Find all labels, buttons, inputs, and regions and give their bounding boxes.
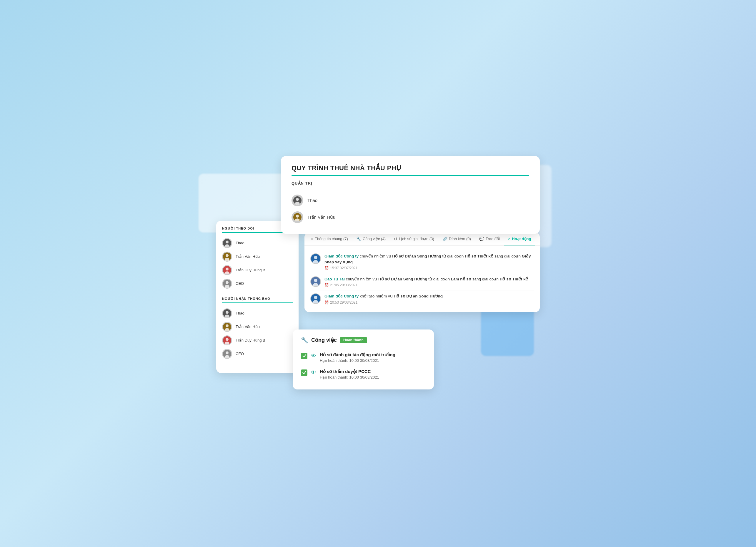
activity-time-3: ⏰ 20:53 29/03/2021 — [324, 300, 534, 304]
tab-icon-hoat-dong: ○ — [508, 237, 510, 241]
tab-label-dinh-kem: Đính kèm (0) — [449, 237, 471, 241]
task-checkbox[interactable] — [301, 353, 307, 359]
sidebar-avatar-tran-duy-hung — [222, 265, 232, 275]
admin-row: Trần Văn Hữu — [292, 209, 529, 226]
sidebar-user-name: Trần Duy Hùng B — [236, 338, 265, 342]
sidebar-user-name: Thao — [236, 311, 244, 315]
admin-row: Thao — [292, 192, 529, 209]
notifiers-label: NGƯỜI NHẬN THÔNG BÁO — [222, 297, 293, 303]
activity-avatar-3 — [310, 293, 321, 304]
task-deadline: Hạn hoàn thành: 10:00 30/03/2021 — [320, 375, 379, 379]
sidebar-avatar-thao — [222, 308, 232, 318]
tab-icon-thong-tin-chung: ≡ — [311, 237, 313, 241]
notifiers-section: NGƯỜI NHẬN THÔNG BÁO Thao Trần Văn Hữu T… — [222, 297, 293, 361]
sidebar-user-name: CEO — [236, 281, 244, 286]
svg-point-4 — [296, 215, 299, 218]
sidebar-user-name: CEO — [236, 351, 244, 356]
clock-icon: ⏰ — [324, 266, 329, 270]
activity-timestamp: 20:53 29/03/2021 — [330, 300, 357, 304]
svg-point-16 — [226, 281, 229, 284]
tab-label-cong-viec: Công việc (4) — [363, 237, 386, 241]
tab-icon-lich-su-giai-doan: ↺ — [394, 237, 397, 241]
sidebar-user-row: CEO — [222, 347, 293, 361]
task-header: 🔧 Công việc Hoàn thành — [301, 336, 426, 343]
sidebar-user-row: Trần Duy Hùng B — [222, 264, 293, 277]
task-title: Công việc — [311, 337, 337, 343]
notifiers-list: Thao Trần Văn Hữu Trần Duy Hùng B CEO — [222, 306, 293, 361]
task-eye-icon: 👁 — [311, 369, 316, 376]
svg-point-1 — [296, 198, 299, 201]
tab-thong-tin-chung[interactable]: ≡Thông tin chung (7) — [307, 233, 352, 246]
sidebar-user-name: Thao — [236, 241, 244, 245]
task-content: Hồ sơ đánh giá tác động môi trườngHạn ho… — [320, 352, 395, 363]
activity-actor: Giám đốc Công ty — [324, 294, 359, 298]
sidebar-user-name: Trần Duy Hùng B — [236, 268, 265, 272]
activity-text-2: Cao Tú Tài chuyển nhiệm vụ Hồ sơ Dự án S… — [324, 276, 534, 282]
activity-task: Hồ sơ Dự án Sông Hương — [392, 254, 441, 259]
svg-point-10 — [226, 254, 229, 257]
tab-label-thong-tin-chung: Thông tin chung (7) — [315, 237, 348, 241]
avatar-tran-van-huu — [292, 211, 303, 223]
tab-label-hoat-dong: Hoạt động — [512, 237, 531, 241]
svg-point-13 — [226, 268, 229, 271]
sidebar-user-row: Trần Văn Hữu — [222, 320, 293, 333]
activity-text-1: Giám đốc Công ty chuyển nhiệm vụ Hồ sơ D… — [324, 254, 534, 266]
activity-item: Cao Tú Tài chuyển nhiệm vụ Hồ sơ Dự án S… — [310, 274, 534, 290]
admin-name: Trần Văn Hữu — [307, 215, 335, 220]
task-deadline: Hạn hoàn thành: 10:00 30/03/2021 — [320, 358, 395, 363]
sidebar-user-row: Thao — [222, 236, 293, 250]
sidebar-user-row: Trần Duy Hùng B — [222, 333, 293, 347]
avatar-thao — [292, 195, 303, 206]
activity-from-stage: Hồ sơ Thiết kế — [465, 254, 493, 259]
top-card-title: QUY TRÌNH THUÊ NHÀ THẦU PHỤ — [292, 164, 529, 172]
sidebar-avatar-tran-van-huu — [222, 252, 232, 262]
activity-to-stage: Hồ sơ Thiết kế — [500, 277, 528, 281]
task-item: 👁Hồ sơ thẩm duyệt PCCCHạn hoàn thành: 10… — [301, 366, 426, 382]
tab-trao-doi[interactable]: 💬Trao đổi — [475, 233, 504, 246]
activity-content: Giám đốc Công ty khởi tạo nhiệm vụ Hồ sơ… — [324, 293, 534, 304]
svg-point-31 — [314, 256, 317, 259]
admin-list: Thao Trần Văn Hữu — [292, 192, 529, 226]
task-name: Hồ sơ thẩm duyệt PCCC — [320, 369, 379, 374]
activity-time-2: ⏰ 21:05 29/03/2021 — [324, 283, 534, 287]
activity-actor: Cao Tú Tài — [324, 277, 345, 281]
activity-timestamp: 15:37 02/07/2021 — [330, 266, 357, 270]
task-name: Hồ sơ đánh giá tác động môi trường — [320, 352, 395, 357]
activity-time-1: ⏰ 15:37 02/07/2021 — [324, 266, 534, 270]
tab-hoat-dong[interactable]: ○Hoạt động — [504, 233, 535, 246]
activity-task: Hồ sơ Dự án Sông Hương — [378, 277, 427, 281]
activity-timestamp: 21:05 29/03/2021 — [330, 283, 357, 287]
tab-icon-cong-viec: 🔧 — [356, 237, 361, 241]
sidebar-card: NGƯỜI THEO DÕI Thao Trần Văn Hữu Trần Du… — [216, 221, 299, 373]
sidebar-user-row: Thao — [222, 306, 293, 320]
activity-content: Giám đốc Công ty chuyển nhiệm vụ Hồ sơ D… — [324, 254, 534, 271]
svg-point-25 — [226, 338, 229, 341]
tab-icon-trao-doi: 💬 — [479, 237, 484, 241]
activity-from-stage: Làm hồ sơ — [451, 277, 471, 281]
activity-card: ≡Thông tin chung (7)🔧Công việc (4)↺Lịch … — [304, 233, 540, 312]
tab-dinh-kem[interactable]: 🔗Đính kèm (0) — [438, 233, 475, 246]
top-card: QUY TRÌNH THUÊ NHÀ THẦU PHỤ QUẢN TRỊ Tha… — [281, 156, 540, 234]
tab-label-trao-doi: Trao đổi — [486, 237, 500, 241]
sidebar-avatar-tran-duy-hung — [222, 335, 232, 345]
activity-avatar-2 — [310, 276, 321, 287]
sidebar-user-row: Trần Văn Hữu — [222, 250, 293, 264]
task-item: 👁Hồ sơ đánh giá tác động môi trườngHạn h… — [301, 349, 426, 366]
followers-section: NGƯỜI THEO DÕI Thao Trần Văn Hữu Trần Du… — [222, 227, 293, 290]
svg-point-34 — [314, 278, 317, 282]
sidebar-user-row: CEO — [222, 277, 293, 290]
task-eye-icon: 👁 — [311, 353, 316, 359]
task-status-badge: Hoàn thành — [340, 337, 367, 343]
top-card-divider — [292, 175, 529, 176]
task-content: Hồ sơ thẩm duyệt PCCCHạn hoàn thành: 10:… — [320, 369, 379, 379]
task-checkbox[interactable] — [301, 369, 307, 376]
activity-task: Hồ sơ Dự án Sông Hương — [394, 294, 443, 298]
svg-point-19 — [226, 311, 229, 313]
tab-icon-dinh-kem: 🔗 — [442, 237, 447, 241]
sidebar-avatar-ceo — [222, 278, 232, 288]
activity-item: Giám đốc Công ty khởi tạo nhiệm vụ Hồ sơ… — [310, 290, 534, 307]
top-card-section-label: QUẢN TRỊ — [292, 181, 529, 188]
tab-lich-su-giai-doan[interactable]: ↺Lịch sử giai đoạn (3) — [390, 233, 438, 246]
tab-cong-viec[interactable]: 🔧Công việc (4) — [352, 233, 390, 246]
svg-point-37 — [314, 296, 317, 299]
